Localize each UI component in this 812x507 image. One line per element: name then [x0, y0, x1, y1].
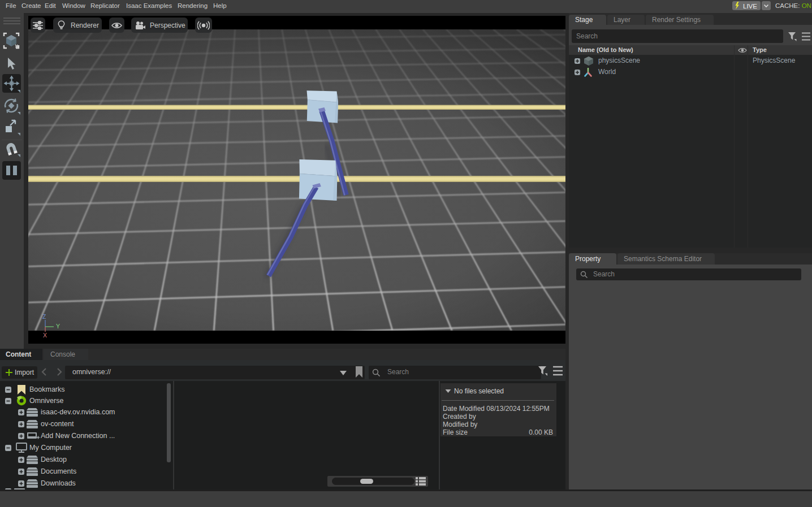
svg-text:Y: Y [56, 323, 60, 330]
svg-text:LIVE: LIVE [743, 3, 757, 10]
svg-text:X: X [43, 332, 47, 339]
svg-text:Z: Z [42, 313, 46, 320]
